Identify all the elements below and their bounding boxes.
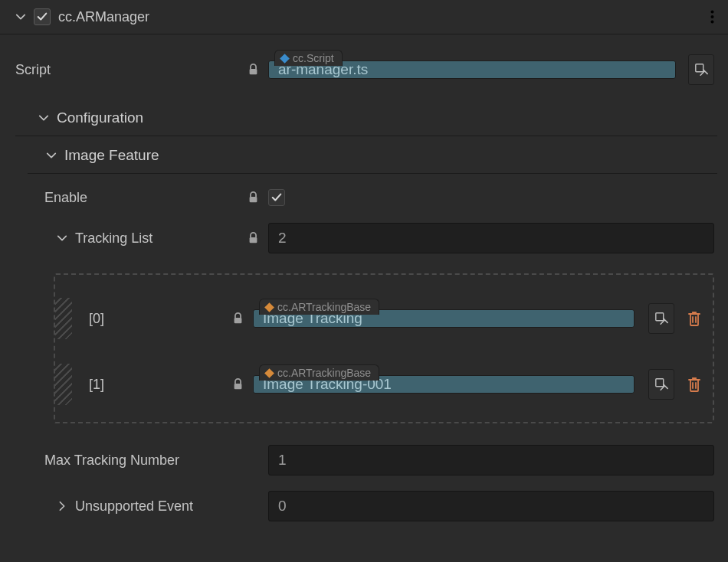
property-row-script: Script cc.Script ar-manager.ts xyxy=(0,34,728,99)
component-header: cc.ARManager xyxy=(0,0,728,34)
delete-button[interactable] xyxy=(684,374,705,395)
svg-rect-10 xyxy=(656,379,664,387)
lock-icon xyxy=(247,191,259,204)
script-type-badge-text: cc.Script xyxy=(293,52,334,64)
property-row-max-tracking-number: Max Tracking Number 1 xyxy=(0,437,728,482)
svg-rect-5 xyxy=(249,197,257,202)
svg-point-1 xyxy=(710,15,713,18)
section-image-feature[interactable]: Image Feature xyxy=(28,136,717,174)
script-type-badge: cc.Script xyxy=(274,50,343,66)
tracking-item-index: [1] xyxy=(84,377,222,393)
delete-button[interactable] xyxy=(684,308,705,329)
diamond-icon xyxy=(264,368,274,378)
diamond-icon xyxy=(264,302,274,312)
drag-handle[interactable] xyxy=(55,364,72,405)
chevron-down-icon[interactable] xyxy=(15,11,26,22)
lock-icon xyxy=(247,232,259,244)
chevron-down-icon xyxy=(38,113,49,123)
unsupported-event-label: Unsupported Event xyxy=(75,498,193,515)
configuration-label: Configuration xyxy=(57,109,143,126)
property-row-unsupported-event: Unsupported Event 0 xyxy=(0,482,728,528)
property-row-tracking-list: Tracking List 2 xyxy=(0,214,728,260)
svg-point-0 xyxy=(710,11,713,14)
unsupported-event-value: 0 xyxy=(278,498,287,515)
max-tracking-number-value: 1 xyxy=(278,452,287,469)
tracking-item-type-badge: cc.ARTrackingBase xyxy=(259,364,379,381)
chevron-down-icon[interactable] xyxy=(57,233,67,243)
property-row-enable: Enable xyxy=(0,174,728,214)
asset-link-button[interactable] xyxy=(648,303,674,334)
drag-handle[interactable] xyxy=(55,298,72,339)
kebab-menu-icon[interactable] xyxy=(705,8,719,26)
script-label: Script xyxy=(15,62,51,78)
tracking-list-container: [0] cc.ARTrackingBase Image Tracking xyxy=(54,273,714,423)
lock-icon xyxy=(231,312,244,325)
unsupported-event-field[interactable]: 0 xyxy=(268,491,714,521)
chevron-down-icon xyxy=(46,150,57,161)
enable-checkbox[interactable] xyxy=(268,189,285,206)
svg-rect-4 xyxy=(696,64,703,72)
tracking-item-type-text: cc.ARTrackingBase xyxy=(277,367,371,379)
component-enabled-checkbox[interactable] xyxy=(34,8,51,25)
tracking-list-count-field[interactable]: 2 xyxy=(268,223,714,253)
asset-link-button[interactable] xyxy=(688,54,714,85)
svg-rect-6 xyxy=(249,237,257,243)
tracking-item-type-badge: cc.ARTrackingBase xyxy=(259,299,379,315)
svg-rect-7 xyxy=(234,318,241,323)
section-configuration[interactable]: Configuration xyxy=(15,99,717,136)
asset-link-button[interactable] xyxy=(648,369,674,400)
component-title: cc.ARManager xyxy=(58,9,149,25)
image-feature-label: Image Feature xyxy=(64,147,159,164)
enable-label: Enable xyxy=(44,190,87,206)
tracking-list-item: [0] cc.ARTrackingBase Image Tracking xyxy=(55,283,713,348)
tracking-list-count: 2 xyxy=(278,230,287,247)
svg-rect-9 xyxy=(234,384,241,389)
max-tracking-number-label: Max Tracking Number xyxy=(44,453,179,469)
chevron-right-icon[interactable] xyxy=(57,501,67,511)
svg-point-2 xyxy=(710,21,713,24)
component-inspector-panel: cc.ARManager Script cc.Script ar-manager… xyxy=(0,0,728,528)
tracking-list-label: Tracking List xyxy=(75,230,152,247)
tracking-list-item: [1] cc.ARTrackingBase Image Tracking-001 xyxy=(55,348,713,414)
svg-rect-3 xyxy=(249,69,257,74)
tracking-item-type-text: cc.ARTrackingBase xyxy=(277,301,371,313)
lock-icon xyxy=(231,378,244,390)
lock-icon xyxy=(247,64,259,76)
max-tracking-number-field[interactable]: 1 xyxy=(268,445,714,475)
tracking-item-index: [0] xyxy=(84,311,222,327)
diamond-icon xyxy=(280,54,290,64)
svg-rect-8 xyxy=(656,313,664,321)
